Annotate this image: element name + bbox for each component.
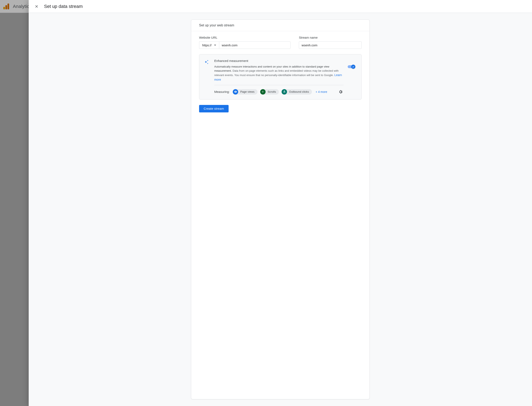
website-url-input[interactable] [219,41,291,49]
website-url-label: Website URL [199,36,291,39]
stream-name-label: Stream name [299,36,362,39]
svg-rect-1 [284,91,285,93]
enhanced-main: Enhanced measurement Automatically measu… [214,59,343,95]
enhanced-title: Enhanced measurement [214,59,343,63]
toggle-knob [351,65,355,69]
stream-name-field: Stream name [299,36,362,49]
divider [214,85,343,85]
check-icon [352,65,355,68]
panel-body: Set up your web stream Website URL https… [29,13,532,406]
enhanced-desc-line2: Data from on-page elements such as links… [214,69,339,77]
website-url-field: Website URL https:// [199,36,291,49]
svg-point-0 [262,91,263,92]
card-header: Set up your web stream [191,20,370,31]
settings-button[interactable] [338,89,343,95]
protocol-value: https:// [202,44,211,47]
stream-card: Set up your web stream Website URL https… [191,20,370,399]
stream-name-input[interactable] [299,41,362,49]
eye-icon [233,89,238,94]
panel-header: Set up data stream [29,0,532,13]
chip-label: Page views [240,90,254,93]
chip-page-views: Page views [233,89,257,94]
card-content: Website URL https:// Stream name [191,31,370,118]
outbound-icon [282,89,287,94]
close-icon [35,5,38,8]
protocol-select[interactable]: https:// [199,41,219,49]
url-input-group: https:// [199,41,291,49]
chip-label: Outbound clicks [289,90,309,93]
sparkle-icon [204,59,209,65]
enhanced-toggle[interactable] [348,65,355,68]
more-link[interactable]: + 4 more [316,90,327,94]
form-row: Website URL https:// Stream name [199,36,362,49]
setup-panel: Set up data stream Set up your web strea… [29,0,532,406]
create-stream-button[interactable]: Create stream [199,105,229,112]
measuring-row: Measuring: Page views [214,89,343,95]
measuring-label: Measuring: [214,90,230,94]
toggle-column [348,59,356,95]
enhanced-measurement-box: Enhanced measurement Automatically measu… [199,54,362,100]
enhanced-description: Automatically measure interactions and c… [214,65,343,82]
chip-label: Scrolls [268,90,276,93]
close-button[interactable] [34,4,39,9]
scroll-icon [260,89,266,94]
gear-icon [338,90,343,94]
chevron-down-icon [214,45,216,46]
panel-title: Set up data stream [44,4,83,9]
sparkle-column [204,59,210,95]
chip-outbound: Outbound clicks [282,89,312,94]
chip-scrolls: Scrolls [260,89,279,94]
